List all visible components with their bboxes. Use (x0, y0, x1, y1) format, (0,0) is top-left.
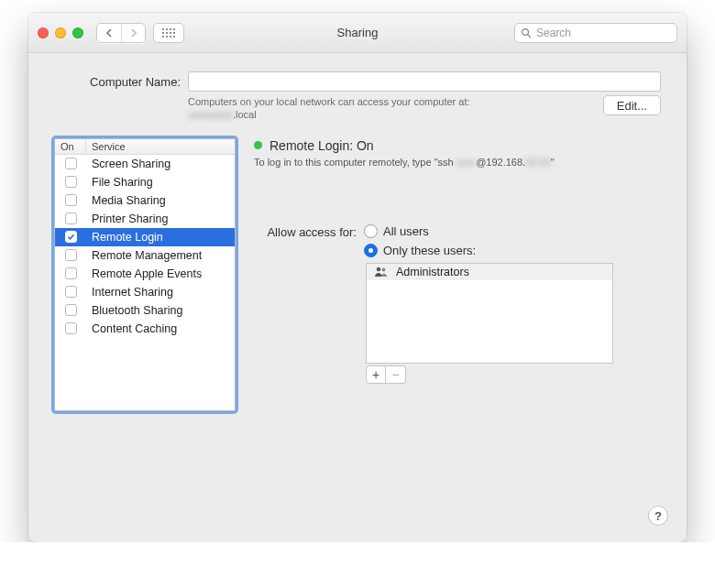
service-detail: Remote Login: On To log in to this compu… (254, 138, 661, 411)
nav-back-forward (96, 23, 146, 43)
sharing-preferences-window: Sharing Computer Name: Computers on your… (28, 13, 687, 542)
services-table[interactable]: On Service Screen SharingFile SharingMed… (54, 138, 236, 411)
service-checkbox[interactable] (65, 267, 77, 279)
svg-point-2 (377, 267, 381, 271)
service-checkbox[interactable] (65, 158, 77, 169)
redacted-hostname: aaaaaaaa (188, 109, 233, 120)
col-header-service[interactable]: Service (86, 139, 235, 154)
service-checkbox[interactable] (65, 176, 77, 188)
grid-icon (162, 28, 175, 38)
service-row[interactable]: Bluetooth Sharing (55, 301, 235, 320)
status-text: Remote Login: On (270, 138, 374, 153)
svg-line-1 (528, 34, 531, 37)
service-name: Content Caching (86, 322, 235, 335)
service-name: Internet Sharing (86, 286, 235, 299)
remove-user-button[interactable]: − (386, 365, 406, 384)
chevron-left-icon (105, 28, 114, 38)
edit-hostname-button[interactable]: Edit... (603, 95, 661, 115)
service-name: File Sharing (86, 176, 235, 189)
service-checkbox[interactable] (65, 322, 77, 334)
service-row[interactable]: Content Caching (55, 320, 235, 338)
radio-all-users-label: All users (383, 224, 429, 238)
service-checkbox[interactable] (65, 212, 77, 224)
service-name: Screen Sharing (86, 158, 235, 170)
service-name: Bluetooth Sharing (86, 304, 235, 317)
services-table-body: Screen SharingFile SharingMedia SharingP… (55, 155, 235, 410)
group-icon (374, 265, 389, 279)
add-user-button[interactable]: + (366, 365, 386, 384)
redacted-username: user (456, 157, 476, 168)
add-remove-controls: + − (366, 365, 661, 384)
service-checkbox[interactable] (65, 304, 77, 316)
service-checkbox[interactable] (65, 286, 77, 298)
search-input[interactable] (536, 27, 671, 39)
service-row[interactable]: Remote Management (55, 246, 235, 265)
back-button[interactable] (97, 24, 121, 42)
minimize-window-button[interactable] (55, 27, 66, 38)
service-name: Remote Apple Events (86, 267, 235, 280)
login-instruction: To log in to this computer remotely, typ… (254, 157, 661, 168)
radio-all-users[interactable]: All users (364, 224, 476, 238)
search-field[interactable] (514, 23, 677, 43)
checkmark-icon (67, 233, 75, 241)
help-button[interactable]: ? (648, 506, 668, 526)
status-indicator-icon (254, 141, 262, 149)
service-row[interactable]: Printer Sharing (55, 210, 235, 228)
service-row[interactable]: Internet Sharing (55, 283, 235, 301)
allowed-users-list[interactable]: Administrators (366, 263, 613, 364)
computer-name-section: Computer Name: Computers on your local n… (28, 53, 687, 138)
forward-button[interactable] (121, 24, 145, 42)
list-item[interactable]: Administrators (367, 264, 612, 280)
radio-icon (364, 244, 378, 257)
service-name: Remote Management (86, 249, 235, 262)
titlebar: Sharing (28, 13, 687, 53)
show-all-button[interactable] (153, 23, 184, 43)
radio-only-these-users-label: Only these users: (383, 244, 476, 257)
computer-name-hint: Computers on your local network can acce… (188, 95, 594, 122)
service-row[interactable]: Media Sharing (55, 191, 235, 210)
service-name: Remote Login (86, 231, 235, 244)
computer-name-input[interactable] (188, 71, 661, 92)
services-table-header: On Service (55, 139, 235, 155)
svg-point-3 (382, 267, 386, 271)
chevron-right-icon (129, 28, 138, 38)
redacted-ip-suffix: 00.00 (525, 157, 551, 168)
col-header-on[interactable]: On (55, 139, 86, 154)
radio-icon (364, 224, 378, 238)
computer-name-label: Computer Name: (54, 75, 181, 89)
service-checkbox[interactable] (65, 194, 77, 206)
svg-point-0 (522, 28, 529, 35)
window-controls (38, 27, 83, 38)
service-row[interactable]: Remote Login (55, 228, 235, 246)
service-row[interactable]: File Sharing (55, 173, 235, 191)
service-checkbox[interactable] (65, 249, 77, 261)
user-name: Administrators (396, 266, 469, 278)
radio-only-these-users[interactable]: Only these users: (364, 244, 476, 257)
search-icon (521, 27, 532, 38)
service-name: Media Sharing (86, 194, 235, 207)
close-window-button[interactable] (38, 27, 49, 38)
service-row[interactable]: Screen Sharing (55, 155, 235, 173)
main-content: On Service Screen SharingFile SharingMed… (28, 138, 687, 428)
allow-access-label: Allow access for: (254, 224, 357, 239)
service-checkbox[interactable] (65, 231, 77, 243)
service-row[interactable]: Remote Apple Events (55, 265, 235, 283)
zoom-window-button[interactable] (72, 27, 83, 38)
service-name: Printer Sharing (86, 212, 235, 225)
